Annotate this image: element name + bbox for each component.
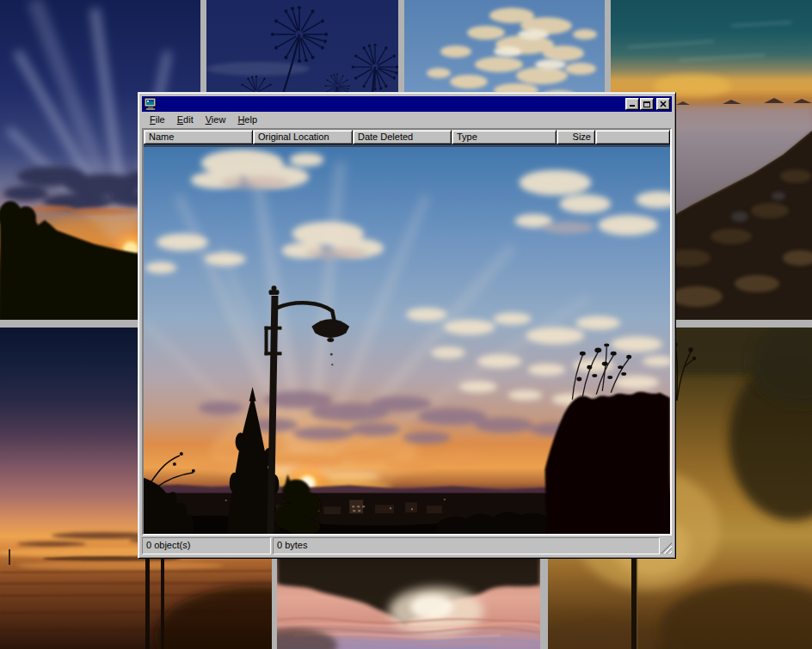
desktop: File Edit View Help Name Original Locati… xyxy=(0,0,812,649)
close-icon xyxy=(660,101,667,107)
column-header-size[interactable]: Size xyxy=(557,130,595,144)
menu-bar: File Edit View Help xyxy=(142,112,672,128)
menu-help[interactable]: Help xyxy=(231,113,263,127)
status-bar: 0 object(s) 0 bytes xyxy=(142,537,672,554)
system-menu-icon[interactable] xyxy=(144,97,157,111)
resize-grip-icon[interactable] xyxy=(661,542,672,554)
file-list-view: Name Original Location Date Deleted Type… xyxy=(142,128,672,536)
menu-file[interactable]: File xyxy=(144,113,171,127)
minimize-icon xyxy=(630,105,635,107)
sunset-lamp-photo xyxy=(144,144,670,534)
column-header-date-deleted[interactable]: Date Deleted xyxy=(353,130,452,144)
menu-view[interactable]: View xyxy=(200,113,232,127)
column-header-type[interactable]: Type xyxy=(452,130,557,144)
maximize-icon xyxy=(643,101,650,107)
status-size: 0 bytes xyxy=(273,537,660,554)
column-header-name[interactable]: Name xyxy=(144,130,253,144)
column-header-blank xyxy=(595,130,670,144)
minimize-button[interactable] xyxy=(625,98,639,110)
column-header-row: Name Original Location Date Deleted Type… xyxy=(144,130,670,144)
status-object-count: 0 object(s) xyxy=(142,537,271,554)
list-content-area[interactable] xyxy=(144,144,670,534)
menu-edit[interactable]: Edit xyxy=(171,113,200,127)
maximize-button[interactable] xyxy=(640,98,654,110)
recycle-bin-window: File Edit View Help Name Original Locati… xyxy=(138,92,676,559)
close-button[interactable] xyxy=(656,98,670,110)
titlebar[interactable] xyxy=(142,96,672,112)
column-header-original-location[interactable]: Original Location xyxy=(253,130,353,144)
